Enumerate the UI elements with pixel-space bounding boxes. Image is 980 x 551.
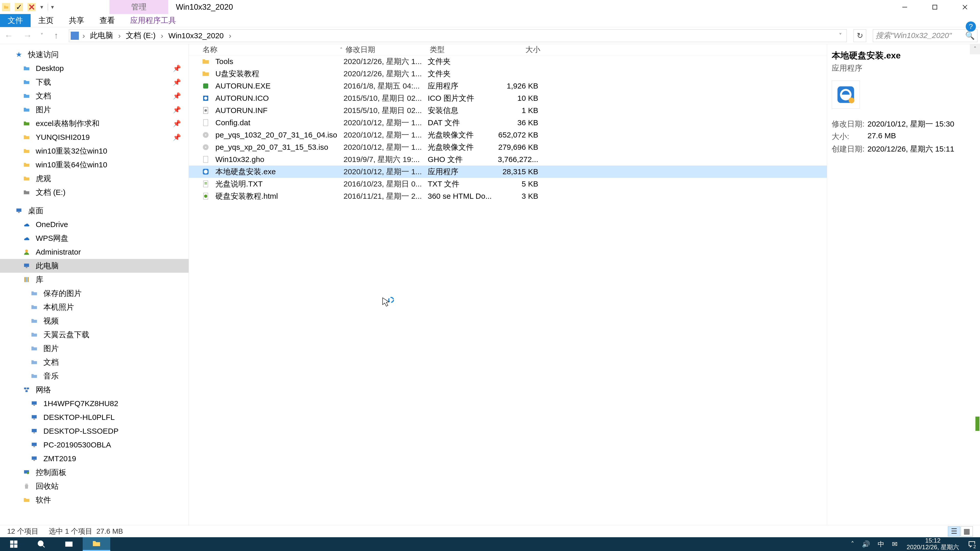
file-date: 2015/5/10, 星期日 02...	[344, 105, 428, 116]
nav-item[interactable]: 下载📌	[0, 75, 189, 89]
tab-share[interactable]: 共享	[61, 14, 92, 27]
nav-item[interactable]: 桌面	[0, 204, 189, 218]
chevron-right-icon[interactable]: ›	[80, 32, 88, 40]
file-icon	[201, 143, 210, 152]
file-row[interactable]: pe_yqs_xp_20_07_31_15_53.iso2020/10/12, …	[189, 141, 827, 153]
ime-mode-icon[interactable]: ✉	[892, 540, 897, 548]
file-row[interactable]: U盘安装教程2020/12/26, 星期六 1...文件夹	[189, 68, 827, 80]
crumb-thispc[interactable]: 此电脑	[88, 30, 116, 41]
nav-item[interactable]: 控制面板	[0, 465, 189, 479]
nav-icon	[30, 455, 39, 462]
nav-item[interactable]: 文档 (E:)	[0, 186, 189, 199]
nav-item[interactable]: 图片	[0, 341, 189, 355]
contextual-tab-manage[interactable]: 管理	[110, 0, 168, 14]
breadcrumb-bar[interactable]: › 此电脑 › 文档 (E:) › Win10x32_2020 › ˅	[69, 29, 847, 42]
crumb-folder[interactable]: Win10x32_2020	[166, 32, 226, 40]
nav-item[interactable]: 视频	[0, 314, 189, 328]
minimize-button[interactable]	[890, 0, 920, 14]
col-date[interactable]: 修改日期	[344, 44, 428, 55]
nav-recent-dropdown[interactable]: ˅	[40, 32, 43, 39]
start-button[interactable]	[0, 537, 27, 551]
chevron-right-icon[interactable]: ›	[116, 32, 123, 40]
nav-item[interactable]: win10重装64位win10	[0, 158, 189, 171]
qat-dropdown-icon[interactable]: ▾	[40, 4, 43, 11]
col-name[interactable]: 名称˄	[201, 44, 344, 55]
qat-close-icon[interactable]: ✕	[27, 3, 36, 11]
maximize-button[interactable]	[920, 0, 950, 14]
address-dropdown-icon[interactable]: ˅	[836, 32, 845, 39]
file-row[interactable]: Tools2020/12/26, 星期六 1...文件夹	[189, 56, 827, 68]
nav-item[interactable]: PC-20190530OBLA	[0, 438, 189, 452]
taskbar-explorer-button[interactable]	[83, 537, 110, 551]
nav-item[interactable]: 图片📌	[0, 103, 189, 117]
svg-rect-22	[33, 432, 35, 433]
file-row[interactable]: AUTORUN.INF2015/5/10, 星期日 02...安装信息1 KB	[189, 104, 827, 117]
task-view-button[interactable]	[55, 537, 83, 551]
nav-item[interactable]: ZMT2019	[0, 452, 189, 465]
chevron-right-icon[interactable]: ›	[226, 32, 234, 40]
nav-item[interactable]: 文档📌	[0, 89, 189, 103]
action-center-button[interactable]: 2	[964, 537, 980, 551]
nav-label: 本机照片	[43, 302, 74, 313]
close-button[interactable]	[950, 0, 980, 14]
refresh-button[interactable]: ↻	[853, 29, 866, 42]
volume-icon[interactable]: 🔊	[862, 540, 870, 548]
help-button[interactable]: ?	[966, 21, 976, 32]
svg-line-16	[27, 389, 28, 390]
nav-forward-button[interactable]: →	[21, 30, 34, 41]
tab-app-tools[interactable]: 应用程序工具	[123, 14, 184, 27]
tab-home[interactable]: 主页	[30, 14, 61, 27]
file-type: TXT 文件	[428, 179, 495, 189]
file-row[interactable]: 硬盘安装教程.html2016/11/21, 星期一 2...360 se HT…	[189, 190, 827, 202]
nav-item[interactable]: 此电脑	[0, 259, 189, 273]
nav-icon	[14, 51, 24, 59]
taskbar-search-button[interactable]	[27, 537, 55, 551]
nav-item[interactable]: 1H4WPFQ7KZ8HU82	[0, 397, 189, 410]
nav-item[interactable]: 文档	[0, 355, 189, 369]
nav-item[interactable]: WPS网盘	[0, 231, 189, 245]
nav-item[interactable]: excel表格制作求和📌	[0, 117, 189, 130]
col-type[interactable]: 类型	[428, 44, 496, 55]
nav-item[interactable]: 回收站	[0, 479, 189, 493]
search-input[interactable]: 搜索"Win10x32_2020" 🔍	[873, 29, 977, 42]
nav-item[interactable]: 天翼云盘下载	[0, 328, 189, 341]
nav-item[interactable]: 音乐	[0, 369, 189, 383]
nav-item[interactable]: OneDrive	[0, 218, 189, 231]
nav-item[interactable]: 软件	[0, 493, 189, 507]
scroll-up-icon[interactable]: ˄	[970, 44, 980, 54]
chevron-right-icon[interactable]: ›	[158, 32, 166, 40]
col-size[interactable]: 大小	[496, 44, 542, 55]
view-details-button[interactable]: ☰	[948, 526, 960, 537]
nav-item[interactable]: Desktop📌	[0, 62, 189, 75]
taskbar-clock[interactable]: 15:12 2020/12/26, 星期六	[902, 537, 964, 551]
tab-file[interactable]: 文件	[0, 14, 30, 27]
nav-up-button[interactable]: ↑	[50, 30, 62, 41]
nav-item[interactable]: 虎观	[0, 171, 189, 186]
nav-item[interactable]: 网络	[0, 383, 189, 397]
nav-item[interactable]: DESKTOP-LSSOEDP	[0, 424, 189, 438]
pin-icon[interactable]: ✓	[15, 3, 23, 11]
file-row[interactable]: 光盘说明.TXT2016/10/23, 星期日 0...TXT 文件5 KB	[189, 178, 827, 190]
file-row[interactable]: 本地硬盘安装.exe2020/10/12, 星期一 1...应用程序28,315…	[189, 165, 827, 178]
tab-view[interactable]: 查看	[92, 14, 123, 27]
nav-item[interactable]: Administrator	[0, 245, 189, 259]
file-row[interactable]: Config.dat2020/10/12, 星期一 1...DAT 文件36 K…	[189, 117, 827, 129]
nav-back-button[interactable]: ←	[3, 30, 15, 41]
search-icon[interactable]: 🔍	[965, 31, 975, 40]
file-row[interactable]: AUTORUN.ICO2015/5/10, 星期日 02...ICO 图片文件1…	[189, 92, 827, 104]
ime-indicator[interactable]: 中	[878, 540, 884, 549]
scrollbar[interactable]: ˄	[970, 44, 980, 526]
nav-item[interactable]: 保存的图片	[0, 286, 189, 300]
nav-item[interactable]: win10重装32位win10	[0, 144, 189, 158]
view-thumbnails-button[interactable]: ▦	[961, 526, 973, 537]
nav-item[interactable]: YUNQISHI2019📌	[0, 130, 189, 144]
file-row[interactable]: pe_yqs_1032_20_07_31_16_04.iso2020/10/12…	[189, 129, 827, 141]
tray-overflow-icon[interactable]: ˄	[851, 540, 854, 548]
nav-item[interactable]: 快速访问	[0, 48, 189, 62]
nav-item[interactable]: 库	[0, 273, 189, 286]
crumb-drive[interactable]: 文档 (E:)	[123, 30, 158, 41]
nav-item[interactable]: 本机照片	[0, 300, 189, 314]
file-row[interactable]: AUTORUN.EXE2016/1/8, 星期五 04:...应用程序1,926…	[189, 80, 827, 92]
nav-item[interactable]: DESKTOP-HL0PLFL	[0, 410, 189, 424]
file-row[interactable]: Win10x32.gho2019/9/7, 星期六 19:...GHO 文件3,…	[189, 153, 827, 165]
